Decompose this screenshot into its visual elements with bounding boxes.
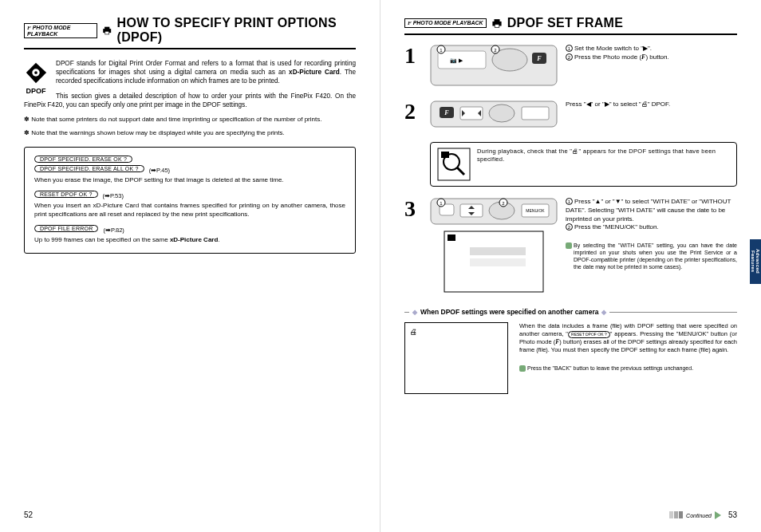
svg-rect-23 <box>522 107 549 120</box>
printer-icon <box>491 18 503 29</box>
box-text-2: When you insert an xD-Picture Card that … <box>34 202 345 219</box>
magnifier-icon <box>437 148 471 181</box>
pill-reset-dpof: RESET DPOF OK ? <box>34 191 98 198</box>
svg-rect-6 <box>494 19 499 22</box>
page-number-left: 52 <box>24 510 33 519</box>
device-illustration-2: F <box>430 100 558 128</box>
svg-rect-39 <box>448 234 455 241</box>
box-text-1: When you erase the image, the DPOF setti… <box>34 176 345 184</box>
intro-paragraph-1: DPOF stands for Digital Print Order Form… <box>24 59 356 85</box>
svg-rect-7 <box>495 24 499 27</box>
continued-indicator: Continued <box>668 511 721 519</box>
printer-small-icon: 🖨 <box>410 328 417 336</box>
svg-text:F: F <box>444 109 449 116</box>
ref-p45: (➡P.45) <box>149 167 170 174</box>
callout-playback: During playback, check that the "🖨" appe… <box>430 142 737 187</box>
pill-erase-all-ok: DPOF SPECIFIED. ERASE ALL OK ? <box>34 165 144 172</box>
tip-icon: ! <box>519 365 526 372</box>
side-tab-advanced-features: Advanced Features <box>750 239 761 284</box>
note-1: ✽ Note that some printers do not support… <box>24 116 356 124</box>
step-1-text: 1Set the Mode switch to "▶". 2Press the … <box>566 45 737 86</box>
step-number-1: 1 <box>404 45 422 86</box>
svg-rect-41 <box>470 258 526 266</box>
photo-mode-badge: F PHOTO MODE PLAYBACK <box>404 18 487 28</box>
page-title: HOW TO SPECIFY PRINT OPTIONS (DPOF) <box>117 16 356 45</box>
photo-mode-badge: F PHOTO MODE PLAYBACK <box>24 23 97 38</box>
svg-point-4 <box>34 71 37 74</box>
step-3: 3 MENU/OK 1 2 1Press "▲" or "▼" to selec… <box>404 198 737 294</box>
warning-box: DPOF SPECIFIED. ERASE OK ? DPOF SPECIFIE… <box>24 147 356 254</box>
page-right: F PHOTO MODE PLAYBACK DPOF SET FRAME 1 F… <box>380 0 761 532</box>
page-number-right: 53 <box>728 510 737 519</box>
subsection-text: When the data includes a frame (file) wi… <box>519 322 737 372</box>
tip-icon: ! <box>566 242 572 249</box>
step-2-text: Press "◀" or "▶" to select "🖨" DPOF. <box>566 100 737 128</box>
subsection-tip: !Press the "BACK" button to leave the pr… <box>519 365 737 372</box>
device-illustration-1: F 1 2 📷 ▶ <box>430 45 558 86</box>
ref-p82: (➡P.82) <box>103 227 124 234</box>
device-illustration-3: MENU/OK 1 2 <box>430 198 558 294</box>
step-number-2: 2 <box>404 100 422 128</box>
intro-block: DPOF DPOF stands for Digital Print Order… <box>24 59 356 109</box>
step-2: 2 F Press "◀" or "▶" to select "🖨" DPOF. <box>404 100 737 128</box>
screen-illustration: 🖨 <box>404 322 508 394</box>
svg-rect-40 <box>470 247 526 255</box>
continued-bars-icon <box>668 511 683 519</box>
page-title-right: DPOF SET FRAME <box>507 16 624 30</box>
box-text-3: Up to 999 frames can be specified on the… <box>34 236 345 244</box>
printer-icon <box>102 25 112 36</box>
svg-point-22 <box>489 104 515 122</box>
svg-text:MENU/OK: MENU/OK <box>526 208 545 213</box>
arrow-right-icon <box>715 511 721 519</box>
diamond-icon: ◆ <box>601 309 606 316</box>
step-1: 1 F 1 2 📷 ▶ 1Set the Mode switch to "▶".… <box>404 45 737 86</box>
page-header-left: F PHOTO MODE PLAYBACK HOW TO SPECIFY PRI… <box>24 16 356 49</box>
subsection-row: 🖨 When the data includes a frame (file) … <box>404 322 737 394</box>
diamond-icon: ◆ <box>412 309 417 316</box>
step-number-3: 3 <box>404 198 422 294</box>
pill-erase-ok: DPOF SPECIFIED. ERASE OK ? <box>34 156 132 163</box>
svg-text:📷 ▶: 📷 ▶ <box>450 57 463 64</box>
step-3-tip: !By selecting the "WITH DATE" setting, y… <box>566 242 737 270</box>
intro-paragraph-2: This section gives a detailed descriptio… <box>24 92 356 109</box>
dpof-logo: DPOF <box>24 61 48 95</box>
page-header-right: F PHOTO MODE PLAYBACK DPOF SET FRAME <box>404 16 737 35</box>
svg-text:F: F <box>536 55 542 62</box>
pill-file-error: DPOF FILE ERROR <box>34 225 98 232</box>
subsection-heading: ◆ When DPOF settings were specified on a… <box>404 308 737 316</box>
step-3-text: 1Press "▲" or "▼" to select "WITH DATE" … <box>566 198 737 294</box>
ref-p53: (➡P.53) <box>103 192 124 199</box>
svg-rect-1 <box>104 27 109 30</box>
svg-rect-2 <box>105 31 109 34</box>
page-left: F PHOTO MODE PLAYBACK HOW TO SPECIFY PRI… <box>0 0 380 532</box>
note-2: ✽ Note that the warnings shown below may… <box>24 129 356 137</box>
